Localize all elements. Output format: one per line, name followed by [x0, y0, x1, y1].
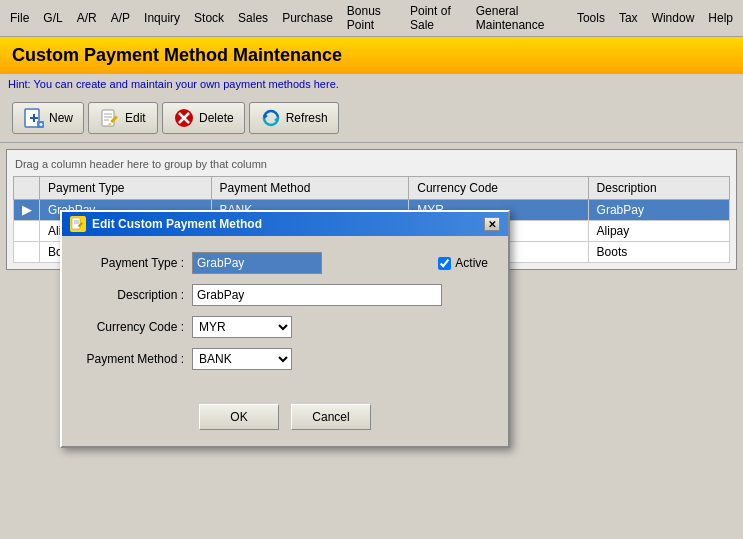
modal-body: Payment Type : Active Description : Curr…: [62, 236, 508, 396]
menu-help[interactable]: Help: [702, 9, 739, 27]
cell-description: Alipay: [588, 221, 729, 242]
new-button[interactable]: New: [12, 102, 84, 134]
currency-code-label: Currency Code :: [82, 320, 192, 334]
payment-method-row: Payment Method : BANK CASH CREDIT: [82, 348, 488, 370]
description-row: Description :: [82, 284, 488, 306]
menu-ar[interactable]: A/R: [71, 9, 103, 27]
currency-code-select[interactable]: MYR USD SGD: [192, 316, 292, 338]
new-icon: [23, 107, 45, 129]
refresh-label: Refresh: [286, 111, 328, 125]
row-indicator: ▶: [14, 200, 40, 221]
edit-icon: [99, 107, 121, 129]
refresh-button[interactable]: Refresh: [249, 102, 339, 134]
modal-title-icon: [70, 216, 86, 232]
refresh-icon: [260, 107, 282, 129]
row-indicator: [14, 221, 40, 242]
payment-type-input[interactable]: [192, 252, 322, 274]
delete-button[interactable]: Delete: [162, 102, 245, 134]
edit-button[interactable]: Edit: [88, 102, 158, 134]
col-indicator: [14, 177, 40, 200]
cell-description: GrabPay: [588, 200, 729, 221]
menu-pos[interactable]: Point of Sale: [404, 2, 468, 34]
menu-ap[interactable]: A/P: [105, 9, 136, 27]
menu-stock[interactable]: Stock: [188, 9, 230, 27]
modal-footer: OK Cancel: [62, 396, 508, 446]
menu-gl[interactable]: G/L: [37, 9, 68, 27]
svg-rect-6: [102, 110, 114, 126]
col-payment-method[interactable]: Payment Method: [211, 177, 409, 200]
col-payment-type[interactable]: Payment Type: [40, 177, 212, 200]
col-currency-code[interactable]: Currency Code: [409, 177, 588, 200]
row-indicator: [14, 242, 40, 263]
modal-titlebar: Edit Custom Payment Method ✕: [62, 212, 508, 236]
currency-code-row: Currency Code : MYR USD SGD: [82, 316, 488, 338]
ok-button[interactable]: OK: [199, 404, 279, 430]
page-title: Custom Payment Method Maintenance: [0, 37, 743, 74]
drag-hint: Drag a column header here to group by th…: [13, 156, 730, 172]
menu-inquiry[interactable]: Inquiry: [138, 9, 186, 27]
new-label: New: [49, 111, 73, 125]
payment-type-row: Payment Type : Active: [82, 252, 488, 274]
cell-description: Boots: [588, 242, 729, 263]
description-label: Description :: [82, 288, 192, 302]
menu-bonus-point[interactable]: Bonus Point: [341, 2, 402, 34]
menubar: File G/L A/R A/P Inquiry Stock Sales Pur…: [0, 0, 743, 37]
edit-modal: Edit Custom Payment Method ✕ Payment Typ…: [60, 210, 510, 448]
payment-method-label: Payment Method :: [82, 352, 192, 366]
delete-label: Delete: [199, 111, 234, 125]
modal-title: Edit Custom Payment Method: [92, 217, 262, 231]
menu-sales[interactable]: Sales: [232, 9, 274, 27]
delete-icon: [173, 107, 195, 129]
payment-type-label: Payment Type :: [82, 256, 192, 270]
menu-window[interactable]: Window: [646, 9, 701, 27]
cancel-button[interactable]: Cancel: [291, 404, 371, 430]
menu-purchase[interactable]: Purchase: [276, 9, 339, 27]
payment-method-select[interactable]: BANK CASH CREDIT: [192, 348, 292, 370]
col-description[interactable]: Description: [588, 177, 729, 200]
menu-tools[interactable]: Tools: [571, 9, 611, 27]
menu-file[interactable]: File: [4, 9, 35, 27]
modal-close-button[interactable]: ✕: [484, 217, 500, 231]
active-label: Active: [455, 256, 488, 270]
description-input[interactable]: [192, 284, 442, 306]
active-checkbox[interactable]: [438, 257, 451, 270]
menu-tax[interactable]: Tax: [613, 9, 644, 27]
toolbar: New Edit Delete: [0, 94, 743, 143]
menu-general-maintenance[interactable]: General Maintenance: [470, 2, 569, 34]
edit-label: Edit: [125, 111, 146, 125]
active-checkbox-label[interactable]: Active: [438, 256, 488, 270]
modal-titlebar-left: Edit Custom Payment Method: [70, 216, 262, 232]
hint-text: Hint: You can create and maintain your o…: [0, 74, 743, 94]
